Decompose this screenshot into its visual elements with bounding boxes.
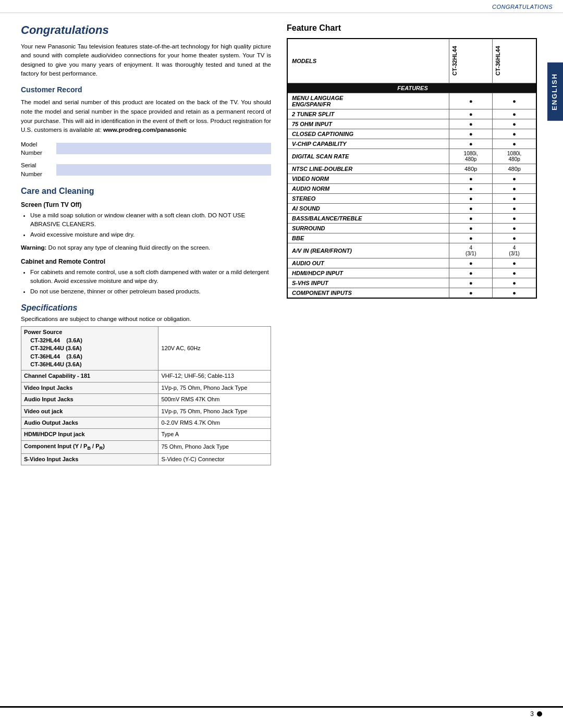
cabinet-section-title: Cabinet and Remote Control [21,258,271,265]
feature-label-av-in: A/V IN (REAR/FRONT) [287,243,449,258]
feature-col1-tuner: ● [449,109,493,119]
feature-label-videonorm: VIDEO NORM [287,174,449,184]
feature-col2-aisound: ● [493,204,536,214]
feature-table: MODELS CT-32HL44 CT-36HL44 FEATURES [287,38,537,299]
feature-row-hdmi-input: HDMI/HDCP INPUT ● ● [287,268,536,278]
spec-label-svideo: S-Video Input Jacks [21,453,158,465]
cabinet-bullet-2: Do not use benzene, thinner or other pet… [30,287,271,296]
feature-col2-ntsc: 480p [493,164,536,174]
feature-label-vchip: V-CHIP CAPABILITY [287,139,449,149]
feature-col1-svhs: ● [449,278,493,288]
feature-col2-hdmi-input: ● [493,268,536,278]
screen-bullet-list: Use a mild soap solution or window clean… [30,211,271,240]
spec-row-video-in: Video Input Jacks 1Vp-p, 75 Ohm, Phono J… [21,382,271,393]
feature-label-75ohm: 75 OHM INPUT [287,119,449,129]
feature-col2-bbe: ● [493,233,536,243]
specifications-title: Specifications [21,303,271,313]
feature-row-videonorm: VIDEO NORM ● ● [287,174,536,184]
feature-col1-stereo: ● [449,194,493,204]
feature-col2-av-in: 4(3/1) [493,243,536,258]
features-section-row: FEATURES [287,83,536,93]
feature-row-scan: DIGITAL SCAN RATE 1080i,480p 1080i,480p [287,149,536,164]
spec-value-video-in: 1Vp-p, 75 Ohm, Phono Jack Type [158,382,271,393]
warning-text: Warning: Do not spray any type of cleani… [21,243,271,252]
spec-value-audio-out: 0-2.0V RMS 4.7K Ohm [158,417,271,428]
spec-value-channel: VHF-12; UHF-56; Cable-113 [158,371,271,382]
model-number-input[interactable] [56,143,271,154]
top-header-text: CONGRATULATIONS [492,4,553,10]
spec-row-svideo: S-Video Input Jacks S-Video (Y-C) Connec… [21,453,271,465]
customer-record-title: Customer Record [21,85,271,94]
col2-rotated: CT-36HL44 [494,40,502,82]
feature-col1-bbe: ● [449,233,493,243]
serial-number-input[interactable] [56,164,271,176]
spec-label-audio-out: Audio Output Jacks [21,417,158,428]
specs-intro: Specifications are subject to change wit… [21,316,271,322]
feature-label-cc: CLOSED CAPTIONING [287,129,449,139]
feature-col2-scan: 1080i,480p [493,149,536,164]
feature-col2-stereo: ● [493,194,536,204]
spec-label-audio-in: Audio Input Jacks [21,394,158,405]
top-header: CONGRATULATIONS [0,0,563,13]
feature-col2-videonorm: ● [493,174,536,184]
spec-row-video-out: Video out jack 1Vp-p, 75 Ohm, Phono Jack… [21,405,271,417]
model-number-row: Model Number [21,140,271,157]
spec-value-video-out: 1Vp-p, 75 Ohm, Phono Jack Type [158,405,271,417]
screen-bullet-1: Use a mild soap solution or window clean… [30,211,271,229]
col1-header: CT-32HL44 [449,39,493,83]
spec-label-channel: Channel Capability - 181 [21,371,158,382]
feature-col1-audioout: ● [449,258,493,268]
spec-label-video-out: Video out jack [21,405,158,417]
model-label: Model Number [21,140,52,157]
customer-record-body: The model and serial number of this prod… [21,98,271,135]
feature-row-svhs: S-VHS INPUT ● ● [287,278,536,288]
screen-bullet-2: Avoid excessive moisture and wipe dry. [30,230,271,239]
spec-label-hdmi: HDMI/HDCP Input jack [21,429,158,440]
serial-label: Serial Number [21,161,52,178]
serial-number-row: Serial Number [21,161,271,178]
page-dot [537,711,542,717]
feature-label-component: COMPONENT INPUTS [287,288,449,299]
feature-col1-bass: ● [449,214,493,224]
spec-value-component: 75 Ohm, Phono Jack Type [158,440,271,453]
feature-row-tuner: 2 TUNER SPLIT ● ● [287,109,536,119]
bottom-bar: 3 [0,706,563,718]
feature-col1-audionorm: ● [449,184,493,194]
spec-row-power: Power Source CT-32HL44 (3.6A) CT-32HL44U… [21,327,271,371]
spec-label-component: Component Input (Y / PB / PR) [21,440,158,453]
feature-row-cc: CLOSED CAPTIONING ● ● [287,129,536,139]
cabinet-bullet-list: For cabinets and remote control, use a s… [30,268,271,297]
intro-text: Your new Panasonic Tau television featur… [21,42,271,78]
right-column: Feature Chart MODELS CT-32HL44 CT-36HL44 [287,23,537,465]
feature-col1-hdmi-input: ● [449,268,493,278]
feature-col1-scan: 1080i,480p [449,149,493,164]
feature-header-row: MODELS CT-32HL44 CT-36HL44 [287,39,536,83]
feature-row-ntsc: NTSC LINE-DOUBLER 480p 480p [287,164,536,174]
feature-col1-component: ● [449,288,493,299]
feature-col2-menu-lang: ● [493,93,536,109]
feature-label-scan: DIGITAL SCAN RATE [287,149,449,164]
feature-label-svhs: S-VHS INPUT [287,278,449,288]
screen-section-title: Screen (Turn TV Off) [21,201,271,208]
spec-value-power: 120V AC, 60Hz [158,327,271,371]
english-tab: ENGLISH [547,63,563,121]
feature-row-audioout: AUDIO OUT ● ● [287,258,536,268]
feature-col1-av-in: 4(3/1) [449,243,493,258]
left-column: Congratulations Your new Panasonic Tau t… [21,23,271,465]
feature-col1-surround: ● [449,224,493,233]
spec-label-power: Power Source CT-32HL44 (3.6A) CT-32HL44U… [21,327,158,371]
feature-col2-component: ● [493,288,536,299]
main-content: Congratulations Your new Panasonic Tau t… [0,13,563,476]
feature-row-stereo: STEREO ● ● [287,194,536,204]
feature-label-surround: SURROUND [287,224,449,233]
feature-label-bass: BASS/BALANCE/TREBLE [287,214,449,224]
feature-col1-cc: ● [449,129,493,139]
feature-col1-menu-lang: ● [449,93,493,109]
models-label: MODELS [287,39,449,83]
care-cleaning-title: Care and Cleaning [21,187,271,196]
feature-row-av-in: A/V IN (REAR/FRONT) 4(3/1) 4(3/1) [287,243,536,258]
features-header-cell: FEATURES [287,83,536,93]
feature-col1-75ohm: ● [449,119,493,129]
feature-row-75ohm: 75 OHM INPUT ● ● [287,119,536,129]
spec-value-hdmi: Type A [158,429,271,440]
